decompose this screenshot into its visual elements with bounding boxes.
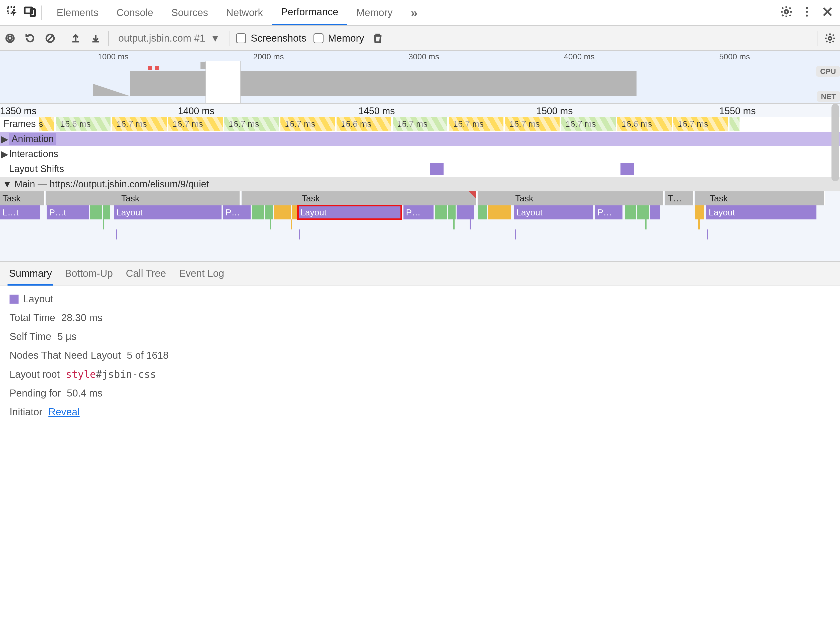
- flame-thin[interactable]: [291, 219, 292, 229]
- ruler-label: 5000 ms: [719, 52, 750, 61]
- reload-record-button[interactable]: [20, 26, 40, 51]
- flame-event[interactable]: [478, 205, 487, 219]
- animation-track[interactable]: ▶ Animation: [0, 132, 840, 147]
- flame-event[interactable]: [456, 205, 474, 219]
- layout-shifts-label: Layout Shifts: [9, 164, 64, 174]
- flame-layout[interactable]: Layout: [514, 205, 593, 219]
- frame-cell[interactable]: 16.7 ms: [280, 117, 335, 131]
- flame-task[interactable]: Task: [695, 191, 825, 205]
- flame-event[interactable]: L…t: [0, 205, 40, 219]
- screenshots-toggle[interactable]: Screenshots: [232, 33, 310, 44]
- flame-event[interactable]: [637, 205, 649, 219]
- flame-event[interactable]: P…: [403, 205, 434, 219]
- disclosure-right-icon[interactable]: ▶: [0, 134, 9, 145]
- flame-thin[interactable]: [707, 229, 708, 240]
- capture-settings-icon[interactable]: [820, 26, 840, 51]
- tab-more[interactable]: »: [401, 0, 426, 25]
- inspect-icon[interactable]: [6, 5, 19, 20]
- flame-event[interactable]: [435, 205, 447, 219]
- flame-event[interactable]: [699, 205, 704, 219]
- frame-cell[interactable]: 16.7 ms: [168, 117, 223, 131]
- flame-thin[interactable]: [453, 219, 455, 229]
- flame-event[interactable]: [274, 205, 291, 219]
- device-toggle-icon[interactable]: [24, 5, 36, 20]
- detail-tab-bottomup[interactable]: Bottom-Up: [63, 267, 114, 285]
- settings-icon[interactable]: [780, 5, 793, 20]
- record-button[interactable]: [0, 26, 20, 51]
- clear-button[interactable]: [40, 26, 60, 51]
- overview-selection-window[interactable]: [205, 61, 241, 103]
- flame-thin[interactable]: [698, 219, 699, 229]
- download-profile-button[interactable]: [86, 26, 106, 51]
- detail-tab-summary[interactable]: Summary: [8, 267, 54, 285]
- initiator-reveal-link[interactable]: Reveal: [48, 406, 80, 418]
- checkbox-icon: [236, 33, 246, 43]
- detail-tab-calltree[interactable]: Call Tree: [124, 267, 167, 285]
- flame-event[interactable]: [625, 205, 636, 219]
- tab-elements[interactable]: Elements: [47, 0, 107, 25]
- disclosure-right-icon[interactable]: ▶: [0, 148, 9, 159]
- flame-event[interactable]: [90, 205, 102, 219]
- frame-cell[interactable]: 16.7 ms: [505, 117, 560, 131]
- frame-cell[interactable]: 16.7 ms: [449, 117, 504, 131]
- flame-event[interactable]: [650, 205, 660, 219]
- tab-console[interactable]: Console: [107, 0, 163, 25]
- flame-event[interactable]: P…: [595, 205, 622, 219]
- flame-task[interactable]: Task: [0, 191, 45, 205]
- flame-thin[interactable]: [645, 219, 647, 229]
- frame-cell[interactable]: 16.7 ms: [673, 117, 728, 131]
- flame-task[interactable]: Task: [478, 191, 664, 205]
- disclosure-down-icon[interactable]: ▼: [3, 179, 12, 190]
- tabbar-right-icons: [780, 5, 840, 20]
- flame-layout-selected[interactable]: Layout: [298, 205, 401, 219]
- frames-track[interactable]: Frames ms16.6 ms16.7 ms16.7 ms16.7 ms16.…: [0, 117, 840, 132]
- color-swatch: [9, 295, 19, 304]
- kebab-menu-icon[interactable]: [801, 5, 813, 20]
- flame-event[interactable]: [448, 205, 456, 219]
- flame-task[interactable]: T…: [665, 191, 694, 205]
- flame-layout[interactable]: Layout: [114, 205, 221, 219]
- flame-event[interactable]: P…: [223, 205, 251, 219]
- flame-layout[interactable]: Layout: [706, 205, 816, 219]
- flame-thin[interactable]: [103, 219, 104, 229]
- flame-thin[interactable]: [299, 229, 300, 240]
- flame-thin[interactable]: [515, 229, 516, 240]
- flame-event[interactable]: [488, 205, 511, 219]
- upload-profile-button[interactable]: [66, 26, 86, 51]
- main-track-header[interactable]: ▼ Main — https://output.jsbin.com/elisum…: [0, 177, 840, 191]
- frame-cell[interactable]: 16.6 ms: [336, 117, 391, 131]
- frame-cell[interactable]: 16.7 ms: [112, 117, 167, 131]
- tab-network[interactable]: Network: [217, 0, 272, 25]
- tab-sources[interactable]: Sources: [163, 0, 217, 25]
- tab-performance[interactable]: Performance: [272, 0, 347, 25]
- flame-event[interactable]: [265, 205, 273, 219]
- flame-event[interactable]: [103, 205, 110, 219]
- flame-thin[interactable]: [470, 219, 471, 229]
- flame-thin[interactable]: [116, 229, 117, 240]
- flame-event[interactable]: [695, 205, 699, 219]
- flame-task[interactable]: Task: [46, 191, 241, 205]
- close-icon[interactable]: [821, 5, 834, 20]
- frame-cell[interactable]: 16.6 ms: [617, 117, 672, 131]
- tab-memory[interactable]: Memory: [347, 0, 401, 25]
- frame-cell[interactable]: [729, 117, 739, 131]
- detail-tab-eventlog[interactable]: Event Log: [177, 267, 226, 285]
- frame-cell[interactable]: 16.7 ms: [393, 117, 447, 131]
- recording-select[interactable]: output.jsbin.com #1 ▼: [111, 33, 227, 44]
- interactions-track[interactable]: ▶ Interactions: [0, 147, 840, 162]
- frame-cell[interactable]: 16.7 ms: [561, 117, 616, 131]
- overview-strip[interactable]: 1000 ms 2000 ms 3000 ms 4000 ms 5000 ms …: [0, 51, 840, 104]
- layout-shift-mark[interactable]: [430, 163, 444, 175]
- flame-event[interactable]: [252, 205, 264, 219]
- layout-shifts-track[interactable]: Layout Shifts: [0, 162, 840, 177]
- flame-event[interactable]: P…t: [47, 205, 89, 219]
- layout-shift-mark[interactable]: [621, 163, 634, 175]
- gc-button[interactable]: [368, 26, 388, 51]
- flame-thin[interactable]: [270, 219, 271, 229]
- frame-cell[interactable]: 16.7 ms: [224, 117, 279, 131]
- frame-cell[interactable]: 16.6 ms: [56, 117, 111, 131]
- memory-toggle[interactable]: Memory: [310, 33, 368, 44]
- flame-event[interactable]: [292, 205, 297, 219]
- main-flamechart[interactable]: Task Task Task Task T… Task L…t P…t Layo…: [0, 191, 840, 262]
- flame-task[interactable]: Task: [242, 191, 477, 205]
